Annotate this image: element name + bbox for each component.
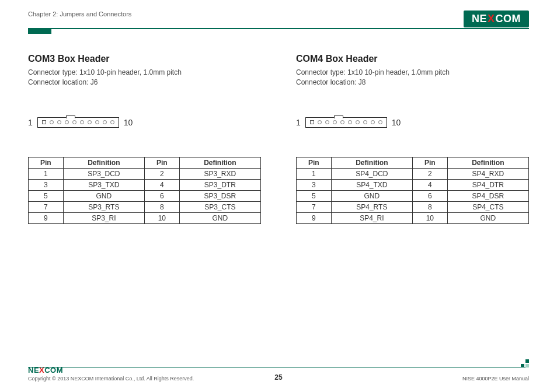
pin-circle-icon [371,120,375,124]
pin-circle-icon [65,120,69,124]
pin-circle-icon [110,120,114,124]
pin-circle-icon [103,120,107,124]
table-row: 1SP4_DCD2SP4_RXD [297,168,529,179]
left-connector-location: Connector location: J6 [28,78,261,88]
content-columns: COM3 Box Header Connector type: 1x10 10-… [28,54,529,224]
left-column: COM3 Box Header Connector type: 1x10 10-… [28,54,261,224]
left-pin-box [37,117,119,128]
page-number: 25 [0,373,557,382]
logo-text-pre: NE [472,13,487,25]
pin-circle-icon [340,120,344,124]
table-header-row: Pin Definition Pin Definition [297,157,529,168]
table-row: 3SP3_TXD4SP3_DTR [29,179,261,190]
brand-logo: NEXCOM [464,10,529,27]
right-pin-end-label: 10 [392,118,401,127]
right-pin-diagram: 1 10 [296,117,529,128]
right-connector-location: Connector location: J8 [296,78,529,88]
pin-circle-icon [378,120,382,124]
col-pin: Pin [144,157,179,168]
pin-circle-icon [57,120,61,124]
col-def: Definition [63,157,144,168]
pin-circle-icon [80,120,84,124]
right-pin-start-label: 1 [296,118,301,127]
table-row: 7SP4_RTS8SP4_CTS [297,201,529,212]
logo-text-x: X [487,13,496,25]
pin-circle-icon [356,120,360,124]
pin-circle-icon [95,120,99,124]
left-connector-type: Connector type: 1x10 10-pin header, 1.0m… [28,68,261,78]
table-row: 5GND6SP4_DSR [297,190,529,201]
pin-circle-icon [72,120,76,124]
col-def: Definition [447,157,528,168]
table-row: 7SP3_RTS8SP3_CTS [29,201,261,212]
header-rule [28,28,529,29]
logo-text-post: COM [496,13,521,25]
left-pin-end-label: 10 [124,118,133,127]
left-pin-diagram: 1 10 [28,117,261,128]
col-pin: Pin [297,157,332,168]
pin1-square-icon [42,120,46,124]
table-row: 9SP4_RI10GND [297,212,529,223]
col-def: Definition [179,157,260,168]
table-row: 9SP3_RI10GND [29,212,261,223]
pin-circle-icon [318,120,322,124]
right-section-title: COM4 Box Header [296,54,529,64]
pin1-square-icon [310,120,314,124]
pin-circle-icon [325,120,329,124]
pin-circle-icon [50,120,54,124]
pin-circle-icon [88,120,92,124]
right-column: COM4 Box Header Connector type: 1x10 10-… [296,54,529,224]
left-pin-table: Pin Definition Pin Definition 1SP3_DCD2S… [28,157,261,224]
left-pin-start-label: 1 [28,118,33,127]
header-tab [28,29,51,34]
right-connector-type: Connector type: 1x10 10-pin header, 1.0m… [296,68,529,78]
col-pin: Pin [29,157,64,168]
col-pin: Pin [412,157,447,168]
pin-circle-icon [363,120,367,124]
right-pin-box [305,117,387,128]
left-section-title: COM3 Box Header [28,54,261,64]
pin-circle-icon [333,120,337,124]
col-def: Definition [331,157,412,168]
table-row: 3SP4_TXD4SP4_DTR [297,179,529,190]
table-header-row: Pin Definition Pin Definition [29,157,261,168]
right-pin-table: Pin Definition Pin Definition 1SP4_DCD2S… [296,157,529,224]
pin-circle-icon [348,120,352,124]
page-header: Chapter 2: Jumpers and Connectors NEXCOM [28,10,529,29]
table-row: 5GND6SP3_DSR [29,190,261,201]
chapter-title: Chapter 2: Jumpers and Connectors [28,10,131,18]
table-row: 1SP3_DCD2SP3_RXD [29,168,261,179]
